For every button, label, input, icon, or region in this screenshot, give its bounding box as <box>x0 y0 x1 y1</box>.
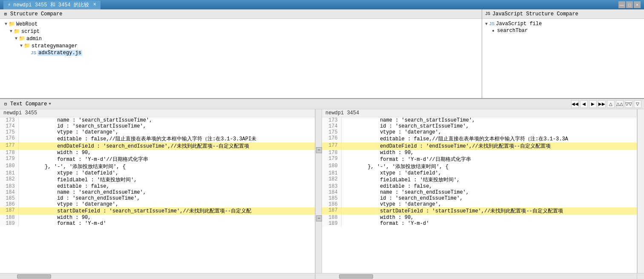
js-structure-compare-title: JavaScript Structure Compare <box>492 11 578 17</box>
table-row: 186 vtype : 'daterange', <box>322 201 637 207</box>
line-content: name : 'search_endIssueTime', <box>18 189 315 195</box>
prev-prev-button[interactable]: ◀◀ <box>571 100 579 108</box>
scrollbar-corner2 <box>637 273 644 279</box>
line-number: 185 <box>0 195 18 201</box>
tree-item-strategymanager[interactable]: ▼ 📁 strategymanager <box>0 42 482 49</box>
tree-item-file[interactable]: JS adxStrategy.js <box>0 49 482 56</box>
left-code-pane[interactable]: newdpi 3455 173 name : 'search_startIssu… <box>0 109 315 273</box>
vertical-scrollbar[interactable] <box>637 109 644 273</box>
table-row: 176 editable : false,//阻止直接在表单项的文本框中输入字符… <box>322 135 637 142</box>
line-number: 174 <box>322 123 341 129</box>
next-button[interactable]: ▶ <box>589 100 597 108</box>
js-structure-compare-panel: JS JavaScript Structure Compare ▼ JS Jav… <box>482 9 644 98</box>
minimize-button[interactable]: — <box>618 1 625 8</box>
table-row: 181 xtype : 'datefield', <box>0 170 315 176</box>
expand-arrow: ▼ <box>484 22 489 26</box>
header-tools: ◀◀ ◀ ▶ ▶▶ △ △△ ▽▽ ▽ <box>571 100 641 108</box>
right-h-scrollbar[interactable] <box>322 273 637 279</box>
left-h-scrollbar[interactable] <box>0 273 315 279</box>
table-row: 182 fieldLabel : '结束投放时间', <box>322 176 637 183</box>
tree-item-script[interactable]: ▼ 📁 script <box>0 28 482 35</box>
js-structure-tree: ▼ JS JavaScript file ● searchTbar <box>482 19 644 98</box>
line-number: 182 <box>0 176 18 183</box>
table-row: 177 endDateField : 'endIssueTime',//未找到此… <box>322 142 637 150</box>
tree-label: searchTbar <box>497 28 528 34</box>
table-row: 188 width : 90, <box>322 215 637 221</box>
line-content: endDateField : 'search_endIssueTime',//未… <box>18 142 315 150</box>
line-number: 189 <box>322 221 341 227</box>
line-number: 183 <box>322 183 341 189</box>
pane-divider: —— <box>315 109 322 273</box>
line-number: 175 <box>322 129 341 135</box>
line-content: format : 'Y-m-d' <box>341 221 637 227</box>
table-row: 186 vtype : 'daterange', <box>0 201 315 207</box>
folder-icon: 📁 <box>19 35 25 42</box>
table-row: 174 id : 'search_startIssueTime', <box>0 123 315 129</box>
line-number: 181 <box>0 170 18 176</box>
up-up-button[interactable]: △△ <box>616 100 624 108</box>
line-content: editable : false,//阻止直接在表单项的文本框中输入字符（注:在… <box>341 135 637 142</box>
table-row: 185 id : 'search_endIssueTime', <box>0 195 315 201</box>
close-button[interactable]: × <box>634 1 641 8</box>
right-code-pane[interactable]: newdpi 3454 173 name : 'search_startIssu… <box>322 109 637 273</box>
line-content: vtype : 'daterange', <box>18 201 315 207</box>
line-content: id : 'search_endIssueTime', <box>18 195 315 201</box>
tree-item-searchtbar[interactable]: ● searchTbar <box>482 27 644 34</box>
tab-label: newdpi 3455 和 3454 的比较 <box>13 1 89 9</box>
js-structure-compare-header: JS JavaScript Structure Compare <box>482 9 644 19</box>
down-down-button[interactable]: ▽▽ <box>625 100 632 108</box>
tree-item-webroot[interactable]: ▼ 📁 WebRoot <box>0 20 482 28</box>
js-icon: JS <box>485 11 491 17</box>
diff-marker: — <box>316 147 322 153</box>
tree-item-admin[interactable]: ▼ 📁 admin <box>0 35 482 42</box>
next-next-button[interactable]: ▶▶ <box>598 100 606 108</box>
table-row: 178 width : 90, <box>0 150 315 156</box>
prev-button[interactable]: ◀ <box>580 100 588 108</box>
tree-label: JavaScript file <box>496 21 542 27</box>
folder-icon: 📁 <box>14 28 20 35</box>
line-content: name : 'search_endIssueTime', <box>341 189 637 195</box>
line-content: vtype : 'daterange', <box>341 129 637 135</box>
line-number: 186 <box>322 201 341 207</box>
up-button[interactable]: △ <box>607 100 615 108</box>
expand-arrow: ▼ <box>9 29 14 34</box>
table-row: 183 editable : false, <box>0 183 315 189</box>
structure-compare-panel: ⊞ Structure Compare ▼ 📁 WebRoot ▼ 📁 scri… <box>0 9 482 98</box>
maximize-button[interactable]: □ <box>626 1 633 8</box>
tree-label: admin <box>26 36 42 42</box>
line-number: 186 <box>0 201 18 207</box>
tree-item-jsfile[interactable]: ▼ JS JavaScript file <box>482 20 644 27</box>
line-number: 188 <box>322 215 341 221</box>
table-row: 176 editable : false,//阻止直接在表单项的文本框中输入字符… <box>0 135 315 142</box>
tab-close-icon[interactable]: × <box>93 2 96 8</box>
bottom-scrollbar[interactable] <box>0 273 644 279</box>
line-content: name : 'search_startIssueTime', <box>341 117 637 123</box>
window-controls: — □ × <box>618 1 641 8</box>
left-pane-label: newdpi 3455 <box>0 109 315 117</box>
table-row: 187 startDateField : 'startIssueTime',//… <box>322 207 637 215</box>
line-number: 184 <box>0 189 18 195</box>
right-scroll-thumb[interactable] <box>339 274 373 279</box>
down-button[interactable]: ▽ <box>634 100 641 108</box>
line-number: 177 <box>0 142 18 150</box>
table-row: 184 name : 'search_endIssueTime', <box>0 189 315 195</box>
left-scroll-thumb[interactable] <box>17 274 51 279</box>
line-content: id : 'search_startIssueTime', <box>341 123 637 129</box>
titlebar-tab[interactable]: ⚡ newdpi 3455 和 3454 的比较 × <box>3 0 101 9</box>
table-row: 189 format : 'Y-m-d' <box>0 221 315 227</box>
dropdown-arrow-icon[interactable]: ▼ <box>49 102 51 106</box>
table-row: 188 width : 90, <box>0 215 315 221</box>
line-content: width : 90, <box>341 215 637 221</box>
line-content: vtype : 'daterange', <box>341 201 637 207</box>
tree-label: script <box>21 29 40 35</box>
scrollbar-corner <box>315 273 322 279</box>
table-row: 173 name : 'search_startIssueTime', <box>0 117 315 123</box>
line-number: 189 <box>0 221 18 227</box>
line-number: 176 <box>0 135 18 142</box>
line-content: fieldLabel : '结束投放时间', <box>341 176 637 183</box>
js-file-icon: JS <box>31 50 36 55</box>
line-number: 177 <box>322 142 341 150</box>
table-row: 180 }, '-', '添加投放结束时间', { <box>322 163 637 170</box>
table-row: 187 startDateField : 'search_startIssueT… <box>0 207 315 215</box>
line-content: xtype : 'datefield', <box>18 170 315 176</box>
